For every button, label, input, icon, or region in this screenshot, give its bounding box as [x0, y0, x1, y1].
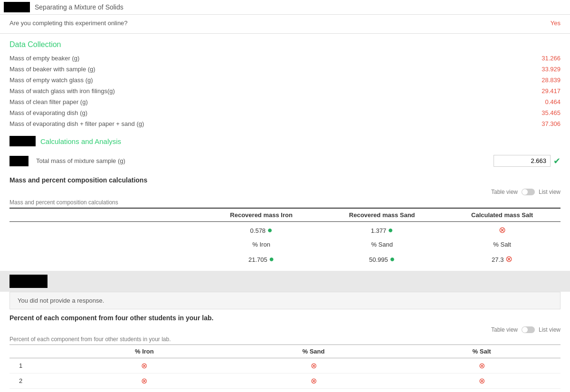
student-row: 2 ⊗ ⊗ ⊗: [10, 373, 560, 389]
percent-labels-row: % Iron % Sand % Salt: [10, 238, 560, 251]
sand-pct-check: ●: [390, 254, 395, 264]
header-logo: [4, 2, 30, 12]
total-mass-label: Total mass of mixture sample (g): [36, 157, 494, 164]
data-value: 31.266: [542, 55, 560, 62]
total-mass-row: Total mass of mixture sample (g) ✔: [0, 150, 570, 172]
table-view-label: Table view: [491, 189, 518, 195]
page-title: Separating a Mixture of Solids: [35, 3, 124, 11]
view-toggle-switch[interactable]: [522, 189, 535, 195]
data-label: Mass of clean filter paper (g): [10, 98, 88, 105]
header-bar: Separating a Mixture of Solids: [0, 0, 570, 15]
data-row: Mass of clean filter paper (g)0.464: [0, 96, 570, 107]
mass-percent-title: Mass and percent composition calculation…: [0, 172, 570, 187]
data-label: Mass of empty beaker (g): [10, 55, 79, 62]
student-row-num: 2: [10, 373, 65, 389]
calc-section-header: Calculations and Analysis: [0, 132, 570, 150]
students-table-section: Percent of each component from four othe…: [0, 335, 570, 392]
mass-percent-table-section: Mass and percent composition calculation…: [0, 197, 570, 267]
data-label: Mass of evaporating dish + filter paper …: [10, 120, 144, 127]
data-value: 35.465: [542, 109, 560, 116]
response-box: You did not provide a response.: [10, 292, 560, 309]
col-iron: Recovered mass Iron: [202, 208, 320, 222]
mass-row-label: [10, 222, 202, 239]
data-row: Mass of evaporating dish (g)35.465: [0, 107, 570, 118]
percent-values-row: 21.705 ● 50.995 ● 27.3 ⊗: [10, 251, 560, 267]
data-value: 29.417: [542, 87, 560, 95]
percent-title-text: Percent of each component from four othe…: [10, 314, 213, 322]
list-view-label: List view: [539, 189, 560, 195]
gray-section-box: [10, 275, 48, 288]
student-iron-val: ⊗: [65, 389, 224, 392]
response-text: You did not provide a response.: [18, 297, 104, 304]
sand-x-icon: ⊗: [311, 362, 317, 370]
data-rows: Mass of empty beaker (g)31.266Mass of be…: [0, 53, 570, 129]
salt-mass-value: ⊗: [444, 222, 560, 239]
students-table: % Iron % Sand % Salt 1 ⊗ ⊗ ⊗ 2 ⊗ ⊗ ⊗ 3 ⊗…: [10, 344, 560, 392]
data-label: Mass of evaporating dish (g): [10, 109, 87, 116]
data-row: Mass of empty beaker (g)31.266: [0, 53, 570, 64]
student-salt-val: ⊗: [403, 358, 560, 373]
calc-row-box: [10, 156, 28, 166]
students-col-salt: % Salt: [403, 345, 560, 358]
student-sand-val: ⊗: [224, 373, 403, 389]
data-collection-title: Data Collection: [0, 36, 570, 53]
percent-row-label: [10, 238, 202, 251]
gray-black-box-section: [0, 271, 570, 292]
iron-x-icon: ⊗: [141, 377, 147, 385]
sand-check: ●: [388, 225, 393, 235]
divider: [0, 33, 570, 34]
mass-percent-view-toggle: Table view List view: [0, 187, 570, 197]
percent-toggle-switch[interactable]: [522, 326, 535, 333]
salt-pct-error: ⊗: [505, 254, 513, 264]
iron-percent-value: 21.705 ●: [202, 251, 320, 267]
percent-sand-label: % Sand: [320, 238, 444, 251]
students-col-num: [10, 345, 65, 358]
percent-val-label: [10, 251, 202, 267]
sand-percent-value: 50.995 ●: [320, 251, 444, 267]
salt-error: ⊗: [499, 225, 506, 235]
percent-salt-label: % Salt: [444, 238, 560, 251]
data-value: 33.929: [542, 66, 560, 73]
data-row: Mass of watch glass with iron filings(g)…: [0, 86, 570, 96]
iron-mass-value: 0.578 ●: [202, 222, 320, 239]
sand-mass-value: 1.377 ●: [320, 222, 444, 239]
student-sand-val: ⊗: [224, 358, 403, 373]
col-empty: [10, 208, 202, 222]
student-iron-val: ⊗: [65, 358, 224, 373]
data-label: Mass of empty watch glass (g): [10, 76, 93, 84]
student-row-num: 1: [10, 358, 65, 373]
data-value: 28.839: [542, 76, 560, 84]
calc-section-title: Calculations and Analysis: [40, 137, 121, 145]
percent-list-view-label: List view: [539, 326, 560, 333]
data-value: 0.464: [545, 98, 560, 105]
data-row: Mass of beaker with sample (g)33.929: [0, 64, 570, 75]
data-row: Mass of evaporating dish + filter paper …: [0, 118, 570, 129]
percent-section-title: Percent of each component from four othe…: [0, 309, 570, 325]
student-salt-val: ⊗: [403, 373, 560, 389]
total-mass-input[interactable]: [494, 155, 551, 167]
online-answer: Yes: [551, 19, 560, 27]
percent-iron-label: % Iron: [202, 238, 320, 251]
iron-x-icon: ⊗: [141, 362, 147, 370]
students-col-iron: % Iron: [65, 345, 224, 358]
iron-pct-check: ●: [269, 254, 274, 264]
data-value: 37.306: [542, 120, 560, 127]
mass-percent-table: Recovered mass Iron Recovered mass Sand …: [10, 208, 560, 267]
col-sand: Recovered mass Sand: [320, 208, 444, 222]
data-label: Mass of beaker with sample (g): [10, 66, 95, 73]
percent-subtitle: Percent of each component from four othe…: [10, 335, 560, 344]
sand-x-icon: ⊗: [311, 377, 317, 385]
col-salt: Calculated mass Salt: [444, 208, 560, 222]
data-row: Mass of empty watch glass (g)28.839: [0, 75, 570, 86]
total-mass-input-area: ✔: [494, 155, 560, 167]
iron-check: ●: [267, 225, 273, 235]
percent-table-view-label: Table view: [491, 326, 518, 333]
student-salt-val: ⊗: [403, 389, 560, 392]
online-question-row: Are you completing this experiment onlin…: [0, 15, 570, 31]
student-row: 1 ⊗ ⊗ ⊗: [10, 358, 560, 373]
online-question-text: Are you completing this experiment onlin…: [10, 19, 128, 27]
student-iron-val: ⊗: [65, 373, 224, 389]
student-row: 3 ⊗ ⊗ ⊗: [10, 389, 560, 392]
student-sand-val: ⊗: [224, 389, 403, 392]
calc-black-box: [10, 136, 36, 146]
